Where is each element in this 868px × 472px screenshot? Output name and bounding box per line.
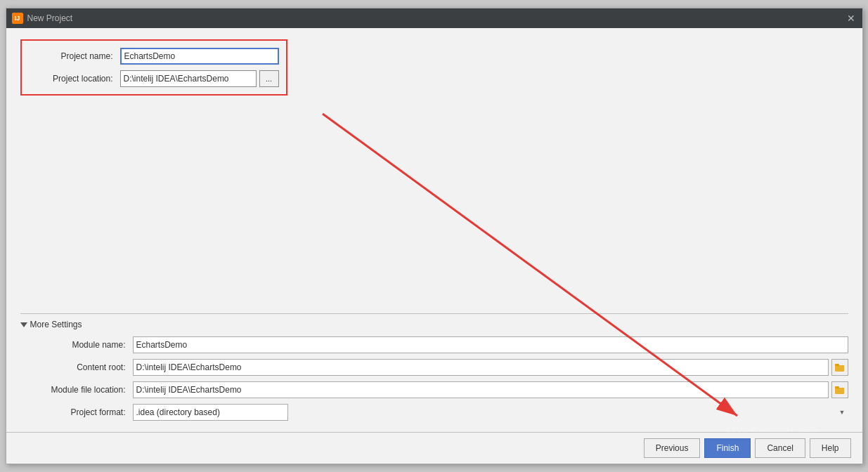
project-format-label: Project format: — [20, 407, 126, 417]
module-name-label: Module name: — [20, 340, 126, 350]
project-format-row: .idea (directory based) Eclipse (.classp… — [133, 404, 848, 421]
project-location-row: Project location: ... — [29, 70, 279, 87]
content-root-browse-button[interactable] — [831, 359, 848, 376]
app-icon: IJ — [12, 13, 23, 24]
project-name-label: Project name: — [29, 51, 113, 61]
module-file-row — [133, 381, 848, 398]
content-root-label: Content root: — [20, 362, 126, 372]
dialog-footer: Previous Finish Cancel Help — [6, 432, 862, 464]
browse-button[interactable]: ... — [259, 70, 279, 87]
project-location-label: Project location: — [29, 74, 113, 84]
more-settings-section: More Settings Module name: Content root: — [20, 313, 848, 421]
project-location-input[interactable] — [120, 70, 257, 87]
project-format-select-wrapper: .idea (directory based) Eclipse (.classp… — [133, 404, 848, 421]
title-bar: IJ New Project ✕ — [6, 8, 862, 28]
previous-button[interactable]: Previous — [644, 438, 701, 458]
module-file-label: Module file location: — [20, 385, 126, 395]
module-file-input[interactable] — [133, 381, 829, 398]
cancel-button[interactable]: Cancel — [755, 438, 805, 458]
project-name-input-wrapper — [120, 48, 279, 65]
finish-button[interactable]: Finish — [704, 438, 751, 458]
content-root-input[interactable] — [133, 359, 829, 376]
svg-rect-3 — [835, 364, 839, 366]
dialog-body: Project name: Project location: ... — [6, 28, 862, 432]
svg-rect-5 — [835, 386, 839, 388]
title-bar-left: IJ New Project — [12, 13, 73, 24]
svg-rect-4 — [835, 388, 844, 394]
module-name-row — [133, 336, 848, 353]
content-root-row — [133, 359, 848, 376]
close-button[interactable]: ✕ — [846, 13, 857, 24]
module-file-browse-button[interactable] — [831, 381, 848, 398]
module-name-input[interactable] — [133, 336, 848, 353]
dialog-title: New Project — [27, 13, 73, 23]
project-location-input-wrapper: ... — [120, 70, 279, 87]
project-name-input[interactable] — [120, 48, 279, 65]
triangle-icon — [20, 322, 27, 327]
help-button[interactable]: Help — [810, 438, 851, 458]
new-project-dialog: IJ New Project ✕ Project name: Project l… — [6, 8, 863, 464]
project-name-row: Project name: — [29, 48, 279, 65]
svg-rect-2 — [835, 365, 844, 372]
more-settings-label: More Settings — [30, 320, 82, 329]
project-format-select[interactable]: .idea (directory based) Eclipse (.classp… — [133, 404, 288, 421]
spacer — [20, 103, 848, 306]
more-settings-toggle[interactable]: More Settings — [20, 320, 848, 329]
highlighted-form-section: Project name: Project location: ... — [20, 39, 287, 96]
settings-grid: Module name: Content root: M — [20, 336, 848, 421]
